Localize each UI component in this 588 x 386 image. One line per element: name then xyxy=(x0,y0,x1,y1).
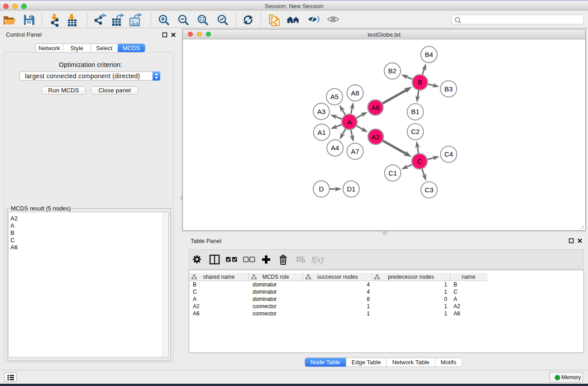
svg-text:B1: B1 xyxy=(411,108,419,115)
svg-text:C3: C3 xyxy=(425,186,433,194)
svg-text:B3: B3 xyxy=(445,85,453,93)
svg-text:B4: B4 xyxy=(425,51,433,58)
svg-text:B2: B2 xyxy=(388,67,397,75)
svg-text:f(x): f(x) xyxy=(311,255,324,264)
svg-text:A4: A4 xyxy=(331,144,339,152)
svg-text:B: B xyxy=(418,78,422,86)
svg-text:A1: A1 xyxy=(318,129,326,136)
svg-text:A2: A2 xyxy=(372,133,380,141)
svg-text:A: A xyxy=(347,118,352,126)
svg-text:D1: D1 xyxy=(347,185,355,193)
svg-text:A5: A5 xyxy=(330,93,339,100)
svg-text:A8: A8 xyxy=(351,89,359,97)
svg-text:C: C xyxy=(417,157,422,165)
svg-text:C1: C1 xyxy=(388,169,397,177)
svg-text:A3: A3 xyxy=(317,108,325,115)
svg-text:C2: C2 xyxy=(411,128,420,135)
svg-text:C4: C4 xyxy=(445,150,453,158)
svg-text:A6: A6 xyxy=(371,104,379,111)
svg-text:D: D xyxy=(319,185,324,193)
svg-text:A7: A7 xyxy=(351,148,359,155)
